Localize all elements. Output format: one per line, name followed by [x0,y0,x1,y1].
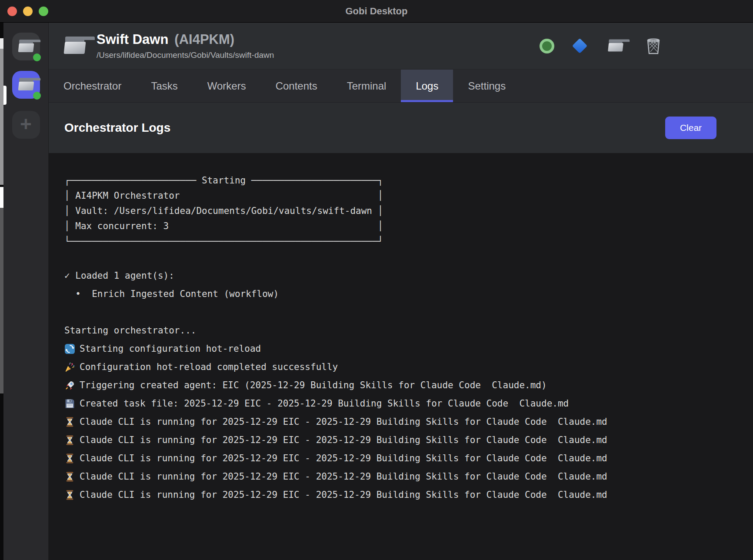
main-panel: Swift Dawn (AI4PKM) /Users/lifidea/Docum… [49,23,753,560]
titlebar: Gobi Desktop [0,0,753,23]
app-window: + Swift Dawn (AI4PKM) /Users/lifidea/Doc… [3,23,753,560]
trash-icon[interactable] [646,38,661,54]
log-text: Created task file: 2025-12-29 EIC - 2025… [80,398,569,409]
plus-icon: + [20,114,32,134]
log-line: Configuration hot-reload completed succe… [64,358,743,376]
log-line [64,303,743,321]
tab-settings[interactable]: Settings [453,70,520,102]
vault-path: /Users/lifidea/Documents/Gobi/Vaults/swi… [97,50,274,60]
sidebar-item-vault-1[interactable] [12,33,40,60]
log-line: Starting orchestrator... [64,321,743,340]
minimize-button[interactable] [23,7,33,16]
log-text: Configuration hot-reload completed succe… [80,362,338,372]
log-text: Claude CLI is running for 2025-12-29 EIC… [80,435,607,445]
online-status-dot [33,92,41,100]
tab-contents[interactable]: Contents [261,70,332,102]
hourglass-icon [64,453,75,464]
sidebar-item-vault-swift-dawn[interactable] [12,71,40,99]
vault-title-suffix: (AI4PKM) [174,32,234,47]
log-text: Starting orchestrator... [64,325,196,336]
tab-tasks[interactable]: Tasks [136,70,192,102]
startup-banner: ┌─────────────────────── Starting ──────… [64,173,743,249]
hourglass-icon [64,490,75,500]
floppy-icon [64,398,75,409]
window-controls [7,7,48,16]
add-vault-button[interactable]: + [12,111,40,139]
vault-header: Swift Dawn (AI4PKM) /Users/lifidea/Docum… [49,23,753,70]
log-line: Claude CLI is running for 2025-12-29 EIC… [64,486,743,504]
vault-folder-icon [64,37,85,55]
tab-terminal[interactable]: Terminal [332,70,401,102]
folder-icon [18,79,33,91]
log-line: Claude CLI is running for 2025-12-29 EIC… [64,431,743,449]
log-line: Claude CLI is running for 2025-12-29 EIC… [64,449,743,467]
hourglass-icon [64,435,75,446]
background-window-edge [0,49,3,185]
log-line: ✓ Loaded 1 agent(s): [64,267,743,285]
background-window-edge [0,208,3,393]
console-lines: ✓ Loaded 1 agent(s): • Enrich Ingested C… [64,267,743,504]
rocket-icon [64,380,75,391]
vault-title: Swift Dawn [97,32,168,47]
page-title: Orchestrator Logs [64,121,170,135]
log-line: Claude CLI is running for 2025-12-29 EIC… [64,413,743,431]
clear-logs-button[interactable]: Clear [665,117,716,139]
tab-orchestrator[interactable]: Orchestrator [49,70,136,102]
online-status-dot [33,53,41,61]
vault-rail: + [3,23,49,560]
log-text: Claude CLI is running for 2025-12-29 EIC… [80,453,607,463]
refresh-icon [64,343,75,354]
header-actions [540,37,661,55]
log-line: Starting configuration hot-reload [64,340,743,358]
log-text: Triggering created agent: EIC (2025-12-2… [80,380,547,390]
log-line: Created task file: 2025-12-29 EIC - 2025… [64,394,743,413]
background-window-edge [0,187,3,208]
background-window-edge [0,38,3,49]
app-title: Gobi Desktop [345,6,407,17]
hourglass-icon [64,471,75,482]
party-icon [64,362,75,373]
log-line: Claude CLI is running for 2025-12-29 EIC… [64,467,743,486]
close-button[interactable] [7,7,17,16]
zoom-button[interactable] [39,7,48,16]
log-text: ✓ Loaded 1 agent(s): [64,270,174,281]
log-text: Starting configuration hot-reload [80,343,261,354]
log-line: Triggering created agent: EIC (2025-12-2… [64,376,743,394]
hourglass-icon [64,417,75,427]
tab-logs[interactable]: Logs [401,70,453,102]
log-text: Claude CLI is running for 2025-12-29 EIC… [80,471,607,482]
logs-panel-header: Orchestrator Logs Clear [49,103,753,153]
log-text: • Enrich Ingested Content (workflow) [64,289,279,299]
log-text: Claude CLI is running for 2025-12-29 EIC… [80,417,607,427]
tab-workers[interactable]: Workers [193,70,261,102]
log-text: Claude CLI is running for 2025-12-29 EIC… [80,490,607,500]
folder-icon [18,40,33,53]
log-console[interactable]: ┌─────────────────────── Starting ──────… [49,153,753,560]
status-green-icon [540,39,554,53]
tabbar: Orchestrator Tasks Workers Contents Term… [49,70,753,103]
log-line: • Enrich Ingested Content (workflow) [64,285,743,303]
open-folder-icon[interactable] [608,40,623,52]
active-vault-indicator [3,86,7,105]
blue-diamond-icon[interactable] [572,38,587,53]
